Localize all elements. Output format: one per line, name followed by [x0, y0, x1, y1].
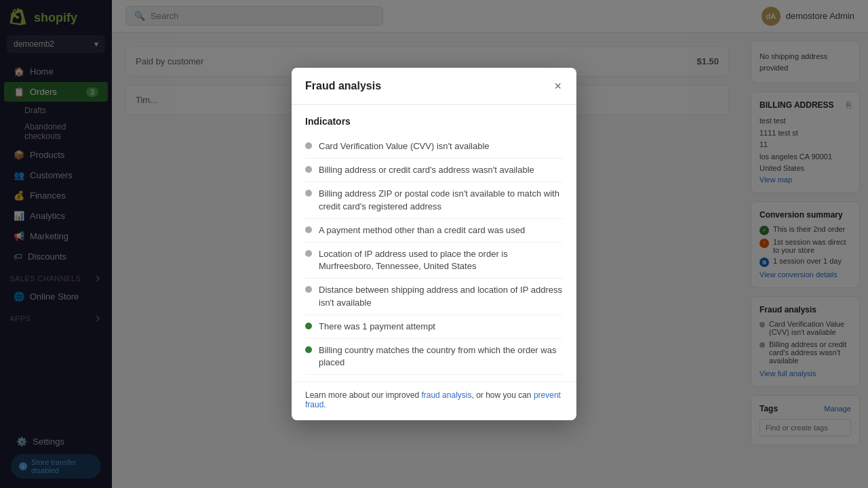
indicator-item-2: Billing address ZIP or postal code isn't…: [305, 182, 563, 218]
indicator-text-6: There was 1 payment attempt: [319, 321, 435, 333]
indicator-dot-2: [305, 190, 312, 197]
indicator-item-8: The IP address used to place the order i…: [305, 375, 563, 382]
indicator-dot-1: [305, 166, 312, 173]
modal-body: Indicators Card Verification Value (CVV)…: [292, 105, 576, 382]
indicator-dot-0: [305, 142, 312, 149]
indicator-text-2: Billing address ZIP or postal code isn't…: [319, 188, 563, 212]
fraud-analysis-modal: Fraud analysis × Indicators Card Verific…: [292, 68, 576, 420]
indicator-dot-3: [305, 226, 312, 233]
indicator-text-1: Billing address or credit card's address…: [319, 164, 534, 176]
indicators-title: Indicators: [305, 116, 563, 127]
indicator-text-7: Billing country matches the country from…: [319, 344, 563, 369]
footer-pre: Learn more about our improved: [305, 390, 421, 400]
modal-title: Fraud analysis: [305, 80, 381, 92]
indicator-text-4: Location of IP address used to place the…: [319, 248, 563, 272]
indicators-list: Card Verification Value (CVV) isn't avai…: [305, 135, 563, 382]
indicator-dot-6: [305, 323, 312, 329]
indicator-item-1: Billing address or credit card's address…: [305, 159, 563, 182]
indicator-dot-4: [305, 250, 312, 257]
modal-close-button[interactable]: ×: [553, 79, 563, 94]
indicator-item-3: A payment method other than a credit car…: [305, 219, 563, 243]
indicator-item-4: Location of IP address used to place the…: [305, 243, 563, 279]
modal-footer: Learn more about our improved fraud anal…: [292, 382, 576, 420]
indicator-text-5: Distance between shipping address and lo…: [319, 284, 563, 308]
indicator-item-6: There was 1 payment attempt: [305, 315, 563, 339]
modal-overlay[interactable]: Fraud analysis × Indicators Card Verific…: [0, 0, 868, 488]
modal-header: Fraud analysis ×: [292, 68, 576, 105]
footer-post: .: [323, 400, 326, 409]
indicator-dot-5: [305, 286, 312, 293]
footer-mid: , or how you can: [471, 390, 533, 400]
indicator-dot-7: [305, 346, 312, 353]
indicator-text-0: Card Verification Value (CVV) isn't avai…: [319, 140, 490, 152]
indicator-text-3: A payment method other than a credit car…: [319, 224, 525, 237]
indicator-item-5: Distance between shipping address and lo…: [305, 279, 563, 314]
indicator-item-0: Card Verification Value (CVV) isn't avai…: [305, 135, 563, 159]
indicator-item-7: Billing country matches the country from…: [305, 339, 563, 375]
fraud-analysis-link[interactable]: fraud analysis: [421, 390, 471, 400]
